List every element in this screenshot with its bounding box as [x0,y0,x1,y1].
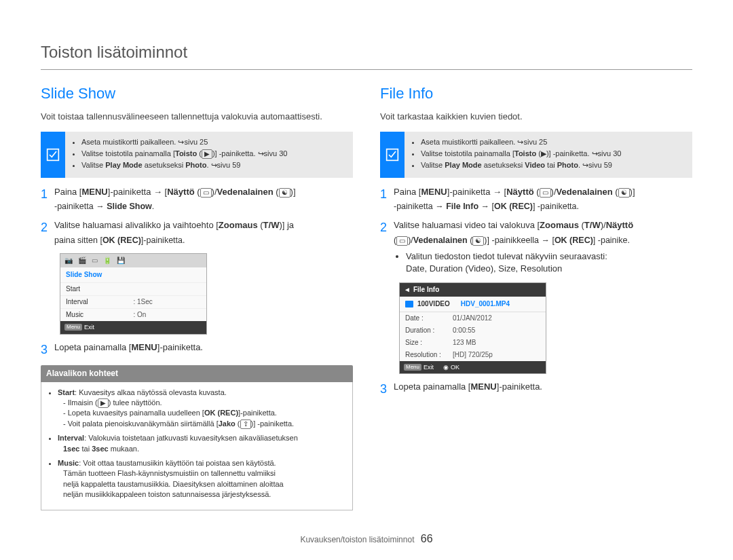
battery-icon: 🔋 [103,256,111,265]
slide-show-intro: Voit toistaa tallennusvälineeseen tallen… [41,111,353,123]
menu-chip-icon: Menu [404,364,421,371]
note-check-icon [380,132,405,178]
note-box-left: Aseta muistikortti paikalleen. ↪sivu 25 … [41,132,353,178]
submenu-header: Alavalikon kohteet [41,365,353,382]
display-icon: ▭ [540,188,551,198]
step-2-right: 2 Valitse haluamasi video tai valokuva [… [380,219,692,275]
note-box-right: Aseta muistikortti paikalleen. ↪sivu 25 … [380,132,692,178]
page-footer: Kuvauksen/toiston lisätoiminnot 66 [0,531,733,546]
underwater-icon: ☯ [472,236,484,246]
underwater-icon: ☯ [279,188,290,198]
display-icon: ▭ [396,236,408,246]
lcd-header-icons: 📷 🎬 ▭ 🔋 💾 [60,254,206,267]
video-icon: 🎬 [78,256,86,265]
submenu-box: Start: Kuvaesitys alkaa näytössä olevast… [41,382,353,510]
note-item: Valitse Play Mode asetukseksi Photo. ↪si… [81,160,346,170]
display-icon: ▭ [200,188,212,198]
camera-icon: 📷 [64,256,73,265]
column-slide-show: Slide Show Voit toistaa tallennusvälinee… [41,83,353,510]
step-3-left: 3 Lopeta painamalla [MENU]-painiketta. [41,341,353,358]
slide-show-heading: Slide Show [41,83,353,105]
note-item: Valitse toistotila painamalla [Toisto (▶… [421,149,685,159]
note-check-icon [41,132,65,178]
lcd-title: Slide Show [60,267,206,282]
menu-chip-icon: Menu [64,324,82,331]
note-item: Valitse toistotila painamalla [Toisto (▶… [81,149,346,159]
lcd-file-info: ◄File Info 100VIDEO HDV_0001.MP4 Date :0… [399,282,546,375]
underwater-icon: ☯ [618,188,630,198]
lcd-slide-show: 📷 🎬 ▭ 🔋 💾 Slide Show Start Interval: 1Se… [60,253,207,335]
step-2-left: 2 Valitse haluamasi alivalikko ja vaihto… [41,219,353,246]
step-1-right: 1 Paina [MENU]-painiketta → [Näyttö (▭)/… [380,186,692,213]
mode-icon: ▭ [92,256,98,265]
card-icon: 💾 [117,256,125,265]
step-3-right: 3 Lopeta painamalla [MENU]-painiketta. [380,381,692,398]
note-item: Aseta muistikortti paikalleen. ↪sivu 25 [421,137,685,147]
page-title: Toiston lisätoiminnot [41,41,692,70]
play-indicator-icon: ▶ [98,398,109,408]
ok-dot-icon: ◉ [443,363,449,372]
back-icon: ◄ [404,286,411,293]
file-info-intro: Voit tarkastaa kaikkien kuvien tiedot. [380,111,692,123]
note-item: Valitse Play Mode asetukseksi Video tai … [421,160,685,170]
play-icon: ▶ [202,149,212,159]
share-icon: ⇪ [240,419,251,429]
file-info-heading: File Info [380,83,692,105]
column-file-info: File Info Voit tarkastaa kaikkien kuvien… [380,83,692,510]
folder-icon [405,301,413,307]
step-1-left: 1 Paina [MENU]-painiketta → [Näyttö (▭)/… [41,186,353,213]
note-item: Aseta muistikortti paikalleen. ↪sivu 25 [81,137,346,147]
